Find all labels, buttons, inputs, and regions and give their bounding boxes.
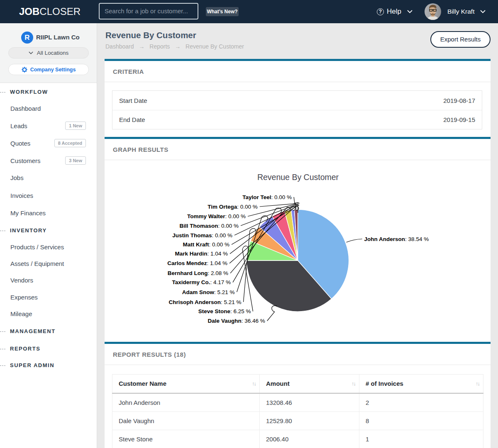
svg-text:Steve Stone: 6.25 %: Steve Stone: 6.25 % [198, 308, 251, 314]
svg-text:Tim Ortega: 0.00 %: Tim Ortega: 0.00 % [208, 203, 258, 209]
svg-text:Adam Snow: 5.21 %: Adam Snow: 5.21 % [182, 289, 235, 295]
svg-text:Mark Hardin: 1.04 %: Mark Hardin: 1.04 % [175, 251, 228, 257]
svg-text:Taxidermy Co.: 4.17 %: Taxidermy Co.: 4.17 % [172, 279, 231, 285]
svg-text:Carlos Mendez: 1.04 %: Carlos Mendez: 1.04 % [167, 260, 227, 266]
svg-text:Justin Thomas: 0.00 %: Justin Thomas: 0.00 % [172, 232, 232, 238]
svg-text:Bernhard Long: 2.08 %: Bernhard Long: 2.08 % [168, 270, 228, 276]
svg-text:Dale Vaughn: 36.46 %: Dale Vaughn: 36.46 % [208, 318, 265, 324]
svg-text:Tommy Walter: 0.00 %: Tommy Walter: 0.00 % [187, 213, 246, 219]
svg-text:Bill Thomason: 0.00 %: Bill Thomason: 0.00 % [179, 222, 239, 229]
svg-text:Revenue By Customer: Revenue By Customer [257, 172, 339, 181]
svg-text:John Anderson: 38.54 %: John Anderson: 38.54 % [364, 236, 429, 242]
svg-text:Chrisoph Anderson: 5.21 %: Chrisoph Anderson: 5.21 % [168, 299, 241, 305]
svg-text:Matt Kraft: 0.00 %: Matt Kraft: 0.00 % [183, 241, 229, 247]
svg-text:Taylor Teel: 0.00 %: Taylor Teel: 0.00 % [242, 194, 292, 200]
